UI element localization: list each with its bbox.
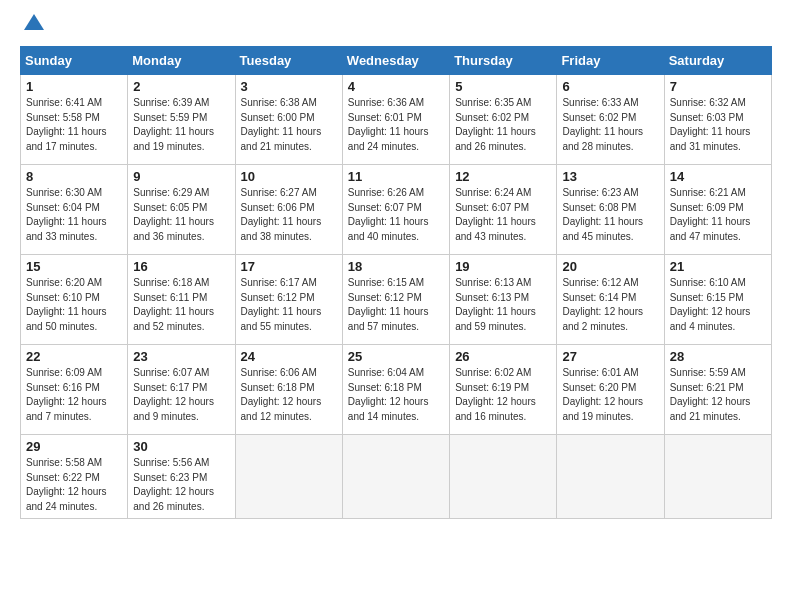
day-info: Sunrise: 6:21 AMSunset: 6:09 PMDaylight:… bbox=[670, 186, 766, 244]
day-number: 26 bbox=[455, 349, 551, 364]
day-info: Sunrise: 6:39 AMSunset: 5:59 PMDaylight:… bbox=[133, 96, 229, 154]
day-number: 23 bbox=[133, 349, 229, 364]
day-number: 29 bbox=[26, 439, 122, 454]
day-number: 6 bbox=[562, 79, 658, 94]
calendar-cell: 10Sunrise: 6:27 AMSunset: 6:06 PMDayligh… bbox=[235, 165, 342, 255]
day-info: Sunrise: 6:38 AMSunset: 6:00 PMDaylight:… bbox=[241, 96, 337, 154]
calendar-cell: 23Sunrise: 6:07 AMSunset: 6:17 PMDayligh… bbox=[128, 345, 235, 435]
day-number: 2 bbox=[133, 79, 229, 94]
day-number: 27 bbox=[562, 349, 658, 364]
day-number: 17 bbox=[241, 259, 337, 274]
calendar-cell bbox=[664, 435, 771, 519]
day-info: Sunrise: 5:56 AMSunset: 6:23 PMDaylight:… bbox=[133, 456, 229, 514]
day-number: 13 bbox=[562, 169, 658, 184]
calendar-cell bbox=[235, 435, 342, 519]
calendar-cell: 2Sunrise: 6:39 AMSunset: 5:59 PMDaylight… bbox=[128, 75, 235, 165]
calendar-cell: 19Sunrise: 6:13 AMSunset: 6:13 PMDayligh… bbox=[450, 255, 557, 345]
day-info: Sunrise: 6:27 AMSunset: 6:06 PMDaylight:… bbox=[241, 186, 337, 244]
day-info: Sunrise: 6:09 AMSunset: 6:16 PMDaylight:… bbox=[26, 366, 122, 424]
logo bbox=[20, 16, 46, 36]
day-info: Sunrise: 6:07 AMSunset: 6:17 PMDaylight:… bbox=[133, 366, 229, 424]
calendar-cell: 3Sunrise: 6:38 AMSunset: 6:00 PMDaylight… bbox=[235, 75, 342, 165]
calendar-cell: 27Sunrise: 6:01 AMSunset: 6:20 PMDayligh… bbox=[557, 345, 664, 435]
day-header-thursday: Thursday bbox=[450, 47, 557, 75]
day-number: 7 bbox=[670, 79, 766, 94]
day-number: 9 bbox=[133, 169, 229, 184]
calendar-cell: 30Sunrise: 5:56 AMSunset: 6:23 PMDayligh… bbox=[128, 435, 235, 519]
day-info: Sunrise: 6:18 AMSunset: 6:11 PMDaylight:… bbox=[133, 276, 229, 334]
day-info: Sunrise: 6:13 AMSunset: 6:13 PMDaylight:… bbox=[455, 276, 551, 334]
calendar-cell: 18Sunrise: 6:15 AMSunset: 6:12 PMDayligh… bbox=[342, 255, 449, 345]
day-info: Sunrise: 6:01 AMSunset: 6:20 PMDaylight:… bbox=[562, 366, 658, 424]
day-header-sunday: Sunday bbox=[21, 47, 128, 75]
day-number: 22 bbox=[26, 349, 122, 364]
calendar-cell: 20Sunrise: 6:12 AMSunset: 6:14 PMDayligh… bbox=[557, 255, 664, 345]
day-info: Sunrise: 6:17 AMSunset: 6:12 PMDaylight:… bbox=[241, 276, 337, 334]
day-number: 8 bbox=[26, 169, 122, 184]
calendar-cell: 15Sunrise: 6:20 AMSunset: 6:10 PMDayligh… bbox=[21, 255, 128, 345]
calendar-cell: 16Sunrise: 6:18 AMSunset: 6:11 PMDayligh… bbox=[128, 255, 235, 345]
day-info: Sunrise: 6:35 AMSunset: 6:02 PMDaylight:… bbox=[455, 96, 551, 154]
calendar-cell: 8Sunrise: 6:30 AMSunset: 6:04 PMDaylight… bbox=[21, 165, 128, 255]
day-info: Sunrise: 6:15 AMSunset: 6:12 PMDaylight:… bbox=[348, 276, 444, 334]
day-number: 30 bbox=[133, 439, 229, 454]
day-info: Sunrise: 6:02 AMSunset: 6:19 PMDaylight:… bbox=[455, 366, 551, 424]
svg-marker-0 bbox=[24, 14, 44, 30]
calendar-cell: 4Sunrise: 6:36 AMSunset: 6:01 PMDaylight… bbox=[342, 75, 449, 165]
calendar-cell bbox=[450, 435, 557, 519]
calendar-cell bbox=[342, 435, 449, 519]
day-number: 4 bbox=[348, 79, 444, 94]
day-header-saturday: Saturday bbox=[664, 47, 771, 75]
calendar-cell: 17Sunrise: 6:17 AMSunset: 6:12 PMDayligh… bbox=[235, 255, 342, 345]
day-info: Sunrise: 6:26 AMSunset: 6:07 PMDaylight:… bbox=[348, 186, 444, 244]
calendar-cell: 29Sunrise: 5:58 AMSunset: 6:22 PMDayligh… bbox=[21, 435, 128, 519]
calendar-cell: 25Sunrise: 6:04 AMSunset: 6:18 PMDayligh… bbox=[342, 345, 449, 435]
day-number: 25 bbox=[348, 349, 444, 364]
calendar-cell: 5Sunrise: 6:35 AMSunset: 6:02 PMDaylight… bbox=[450, 75, 557, 165]
day-info: Sunrise: 5:59 AMSunset: 6:21 PMDaylight:… bbox=[670, 366, 766, 424]
day-info: Sunrise: 6:36 AMSunset: 6:01 PMDaylight:… bbox=[348, 96, 444, 154]
calendar-cell: 11Sunrise: 6:26 AMSunset: 6:07 PMDayligh… bbox=[342, 165, 449, 255]
day-number: 19 bbox=[455, 259, 551, 274]
day-number: 18 bbox=[348, 259, 444, 274]
day-info: Sunrise: 6:04 AMSunset: 6:18 PMDaylight:… bbox=[348, 366, 444, 424]
calendar-cell: 12Sunrise: 6:24 AMSunset: 6:07 PMDayligh… bbox=[450, 165, 557, 255]
page-header bbox=[20, 16, 772, 36]
day-info: Sunrise: 6:23 AMSunset: 6:08 PMDaylight:… bbox=[562, 186, 658, 244]
calendar-cell: 9Sunrise: 6:29 AMSunset: 6:05 PMDaylight… bbox=[128, 165, 235, 255]
day-number: 1 bbox=[26, 79, 122, 94]
day-info: Sunrise: 6:12 AMSunset: 6:14 PMDaylight:… bbox=[562, 276, 658, 334]
day-info: Sunrise: 6:06 AMSunset: 6:18 PMDaylight:… bbox=[241, 366, 337, 424]
calendar-cell: 28Sunrise: 5:59 AMSunset: 6:21 PMDayligh… bbox=[664, 345, 771, 435]
day-header-monday: Monday bbox=[128, 47, 235, 75]
calendar: SundayMondayTuesdayWednesdayThursdayFrid… bbox=[20, 46, 772, 519]
day-number: 10 bbox=[241, 169, 337, 184]
day-number: 11 bbox=[348, 169, 444, 184]
day-number: 12 bbox=[455, 169, 551, 184]
calendar-cell: 6Sunrise: 6:33 AMSunset: 6:02 PMDaylight… bbox=[557, 75, 664, 165]
calendar-cell: 22Sunrise: 6:09 AMSunset: 6:16 PMDayligh… bbox=[21, 345, 128, 435]
day-header-friday: Friday bbox=[557, 47, 664, 75]
day-number: 14 bbox=[670, 169, 766, 184]
day-number: 20 bbox=[562, 259, 658, 274]
day-number: 16 bbox=[133, 259, 229, 274]
day-number: 5 bbox=[455, 79, 551, 94]
calendar-cell: 24Sunrise: 6:06 AMSunset: 6:18 PMDayligh… bbox=[235, 345, 342, 435]
logo-icon bbox=[22, 12, 46, 36]
day-info: Sunrise: 6:29 AMSunset: 6:05 PMDaylight:… bbox=[133, 186, 229, 244]
day-info: Sunrise: 6:20 AMSunset: 6:10 PMDaylight:… bbox=[26, 276, 122, 334]
calendar-cell: 13Sunrise: 6:23 AMSunset: 6:08 PMDayligh… bbox=[557, 165, 664, 255]
day-number: 28 bbox=[670, 349, 766, 364]
calendar-cell: 14Sunrise: 6:21 AMSunset: 6:09 PMDayligh… bbox=[664, 165, 771, 255]
calendar-cell: 26Sunrise: 6:02 AMSunset: 6:19 PMDayligh… bbox=[450, 345, 557, 435]
day-info: Sunrise: 5:58 AMSunset: 6:22 PMDaylight:… bbox=[26, 456, 122, 514]
day-number: 3 bbox=[241, 79, 337, 94]
day-info: Sunrise: 6:41 AMSunset: 5:58 PMDaylight:… bbox=[26, 96, 122, 154]
day-info: Sunrise: 6:24 AMSunset: 6:07 PMDaylight:… bbox=[455, 186, 551, 244]
calendar-cell: 1Sunrise: 6:41 AMSunset: 5:58 PMDaylight… bbox=[21, 75, 128, 165]
day-number: 21 bbox=[670, 259, 766, 274]
day-info: Sunrise: 6:33 AMSunset: 6:02 PMDaylight:… bbox=[562, 96, 658, 154]
day-info: Sunrise: 6:32 AMSunset: 6:03 PMDaylight:… bbox=[670, 96, 766, 154]
day-header-wednesday: Wednesday bbox=[342, 47, 449, 75]
day-info: Sunrise: 6:30 AMSunset: 6:04 PMDaylight:… bbox=[26, 186, 122, 244]
